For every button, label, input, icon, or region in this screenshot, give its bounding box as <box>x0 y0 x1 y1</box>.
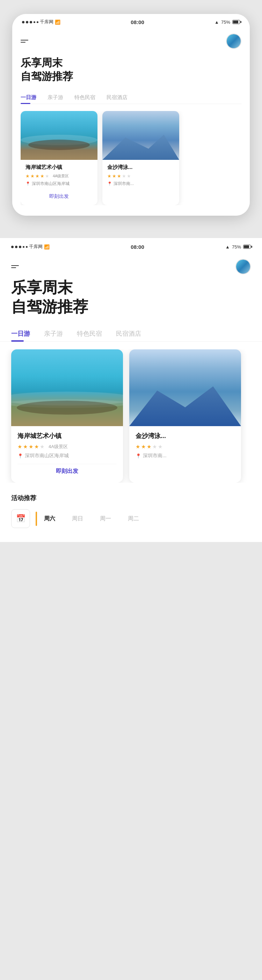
phone-frame-top: 千库网 📶 08:00 ▲ 75% <box>12 14 250 216</box>
star2-2: ★ <box>112 173 116 179</box>
full-card-1-stars: ★ ★ ★ ★ ★ <box>18 444 45 450</box>
card-1-btn-text[interactable]: 即刻出发 <box>49 193 69 199</box>
card-1-meta: ★ ★ ★ ★ ★ 4A级景区 <box>26 173 93 179</box>
full-star-3: ★ <box>29 444 33 450</box>
day-tabs: 周六 周日 周一 周二 <box>36 512 147 526</box>
card-2-location-text: 深圳市南... <box>113 181 134 187</box>
star2-1: ★ <box>107 173 112 179</box>
tab-family-tour[interactable]: 亲子游 <box>48 91 63 103</box>
full-star2-1: ★ <box>136 444 140 450</box>
card-1-location: 📍 深圳市南山区海岸城 <box>26 181 93 187</box>
full-card-1: 海岸城艺术小镇 ★ ★ ★ ★ ★ 4A级景区 📍 深圳市南山区海岸城 <box>11 349 123 483</box>
day-tab-monday[interactable]: 周一 <box>91 512 120 526</box>
day-tab-sunday[interactable]: 周日 <box>64 512 91 526</box>
full-ham-line-2 <box>11 267 16 268</box>
card-1-level: 4A级景区 <box>53 173 69 179</box>
full-card-1-location: 📍 深圳市南山区海岸城 <box>18 453 117 459</box>
activity-section: 活动推荐 📅 周六 周日 周一 周二 <box>0 483 262 542</box>
full-card-2-body: 金沙湾泳... ★ ★ ★ ★ ★ 📍 深圳市南... <box>129 426 241 469</box>
full-avatar-image <box>236 260 250 274</box>
full-star-4: ★ <box>34 444 39 450</box>
wifi-icon: 📶 <box>55 19 61 25</box>
star-5: ★ <box>45 173 49 179</box>
day-tab-saturday[interactable]: 周六 <box>36 512 64 526</box>
full-tab-hotel[interactable]: 民宿酒店 <box>116 326 141 341</box>
battery-icon <box>232 20 240 24</box>
card-2-stars: ★ ★ ★ ★ ★ <box>107 173 131 179</box>
full-battery-icon <box>243 245 251 249</box>
full-star2-5: ★ <box>158 444 163 450</box>
star-3: ★ <box>35 173 40 179</box>
signal-dot-2 <box>26 21 28 23</box>
star-1: ★ <box>26 173 30 179</box>
card-1: 海岸城艺术小镇 ★ ★ ★ ★ ★ 4A级景区 <box>21 111 97 205</box>
tab-day-tour[interactable]: 一日游 <box>21 91 36 103</box>
star2-5: ★ <box>127 173 131 179</box>
full-time: 08:00 <box>131 244 144 250</box>
full-card-1-meta: ★ ★ ★ ★ ★ 4A级景区 <box>18 444 117 450</box>
card-1-location-text: 深圳市南山区海岸城 <box>32 181 70 187</box>
avatar[interactable] <box>226 33 241 49</box>
star-4: ★ <box>40 173 45 179</box>
full-screen: 千库网 📶 08:00 ▲ 75% 乐享周末自驾游推荐 一日游 亲子游 特色民宿… <box>0 238 262 542</box>
battery-percent: 75% <box>221 19 230 25</box>
full-star-1: ★ <box>18 444 22 450</box>
card-2-name: 金沙湾泳... <box>107 164 174 171</box>
calendar-icon: 📅 <box>16 514 26 523</box>
full-card-1-btn[interactable]: 即刻出发 <box>18 464 117 477</box>
full-card-2-meta: ★ ★ ★ ★ ★ <box>136 444 235 450</box>
full-tab-day-tour[interactable]: 一日游 <box>11 326 30 341</box>
mountain-peak-full <box>129 384 241 426</box>
avatar-image <box>227 34 241 48</box>
hamburger-menu[interactable] <box>21 40 28 43</box>
star-2: ★ <box>30 173 35 179</box>
full-card-1-body: 海岸城艺术小镇 ★ ★ ★ ★ ★ 4A级景区 📍 深圳市南山区海岸城 <box>11 426 123 483</box>
card-2: 金沙湾泳... ★ ★ ★ ★ ★ 📍 深圳 <box>102 111 179 205</box>
full-header-row <box>0 253 262 278</box>
card-1-image <box>21 111 97 160</box>
full-signal-5 <box>26 246 27 248</box>
full-star-5: ★ <box>40 444 45 450</box>
full-hamburger-menu[interactable] <box>11 265 19 268</box>
full-wifi-icon: 📶 <box>44 244 50 250</box>
card-1-stars: ★ ★ ★ ★ ★ <box>26 173 49 179</box>
full-card-1-image <box>11 349 123 426</box>
signal-dot-3 <box>30 21 32 23</box>
full-star2-2: ★ <box>141 444 146 450</box>
location-icon-2: 📍 <box>107 181 112 186</box>
carrier-name: 千库网 <box>40 19 53 25</box>
full-loc-icon-2: 📍 <box>136 453 141 458</box>
rocks <box>28 140 90 150</box>
card-2-location: 📍 深圳市南... <box>107 181 174 187</box>
status-bar-top: 千库网 📶 08:00 ▲ 75% <box>12 14 250 28</box>
header-row <box>21 28 241 56</box>
calendar-icon-box[interactable]: 📅 <box>11 509 30 528</box>
page-title: 乐享周末自驾游推荐 <box>21 56 241 83</box>
card-2-body: 金沙湾泳... ★ ★ ★ ★ ★ 📍 深圳 <box>102 160 179 194</box>
full-signal-2 <box>15 246 18 248</box>
full-card-1-btn-text[interactable]: 即刻出发 <box>56 468 78 474</box>
signal-dot-5 <box>37 21 38 23</box>
star2-4: ★ <box>122 173 126 179</box>
full-card-2-location: 📍 深圳市南... <box>136 453 235 459</box>
day-tab-tuesday[interactable]: 周二 <box>120 512 147 526</box>
app-content-top: 乐享周末自驾游推荐 一日游 亲子游 特色民宿 民宿酒店 海岸城艺术小镇 <box>12 28 250 216</box>
full-tab-guesthouse[interactable]: 特色民宿 <box>77 326 102 341</box>
full-page-title: 乐享周末自驾游推荐 <box>0 278 262 316</box>
card-1-btn[interactable]: 即刻出发 <box>26 190 93 201</box>
full-star-2: ★ <box>23 444 27 450</box>
hamburger-line-1 <box>21 40 28 40</box>
star2-3: ★ <box>117 173 121 179</box>
status-right: ▲ 75% <box>214 19 240 25</box>
full-tab-family-tour[interactable]: 亲子游 <box>44 326 63 341</box>
full-avatar[interactable] <box>235 259 251 274</box>
signal-dot-4 <box>34 21 35 23</box>
tab-guesthouse[interactable]: 特色民宿 <box>74 91 95 103</box>
full-card-1-location-text: 深圳市南山区海岸城 <box>25 453 69 459</box>
mountain-peak <box>102 132 179 160</box>
card-1-name: 海岸城艺术小镇 <box>26 164 93 171</box>
tab-hotel[interactable]: 民宿酒店 <box>107 91 128 103</box>
full-card-2-image <box>129 349 241 426</box>
full-card-1-name: 海岸城艺术小镇 <box>18 432 117 440</box>
status-bar-full: 千库网 📶 08:00 ▲ 75% <box>0 238 262 253</box>
